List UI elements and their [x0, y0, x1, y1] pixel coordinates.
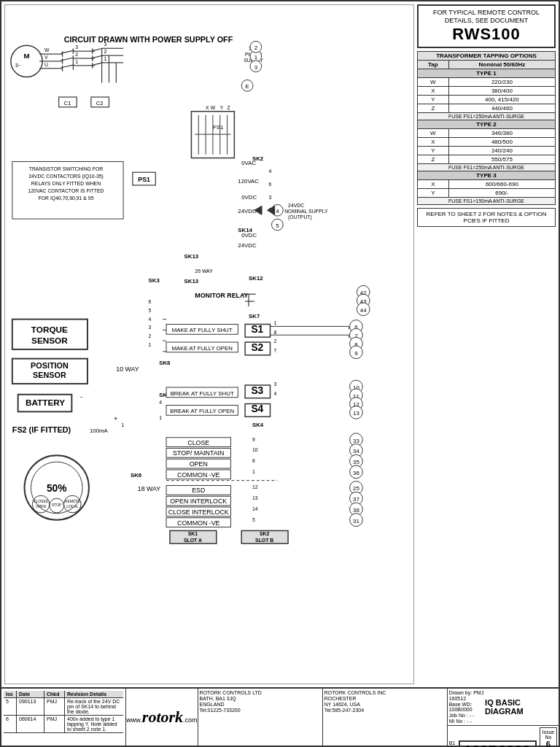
minus-label: -: [80, 393, 82, 400]
issue-label: Issue: [542, 729, 555, 735]
closed-label: CLOSED: [34, 500, 49, 503]
table-row: Y 400, 415/420: [418, 95, 556, 104]
svg-text:Z: Z: [228, 105, 230, 110]
date-5: 090113: [17, 698, 44, 715]
iss-5: 5: [4, 698, 17, 715]
slot-a-label: SLOT A: [184, 538, 202, 543]
sk3-num-2: 2: [148, 333, 151, 338]
svg-text:1: 1: [75, 59, 78, 64]
rws-number: RWS100: [421, 25, 551, 44]
120vac-label: 120VAC: [238, 178, 259, 185]
circuit-svg: CIRCUIT DRAWN WITH POWER SUPPLY OFF M 3~…: [5, 5, 413, 684]
sk7-num-1: 1: [273, 320, 276, 325]
b1c1b2c2: B1 C1 B2 C2: [449, 740, 456, 747]
val-x-type1: 380/400: [448, 86, 555, 95]
svg-text:U: U: [44, 62, 48, 67]
battery-label: BATTERY: [26, 398, 65, 407]
nominal-supply-label: 24VDC: [288, 203, 304, 208]
tap-x-type2: X: [418, 137, 449, 146]
term-9: 9: [252, 437, 255, 442]
plus-label: +: [114, 415, 117, 422]
fuse1-note: FUSE FS1=250mA ANTI-SURGE: [418, 112, 556, 120]
tap-y-type3: Y: [418, 188, 449, 197]
sk6-connector: SK6: [131, 472, 142, 479]
table-row: W 220/230: [418, 77, 556, 86]
open-interlock-label: OPEN INTERLOCK: [170, 498, 227, 505]
sk14-connector: SK14: [238, 227, 252, 233]
iss-col-header: Iss: [4, 691, 17, 697]
ten-way-label: 10 WAY: [116, 365, 139, 373]
torque-sensor-label: TORQUE: [31, 325, 68, 334]
break-fully-shut-label: BREAK AT FULLY SHUT: [171, 390, 234, 397]
common-ve2-label: COMMON -VE: [177, 519, 219, 527]
issue-box: Issue No 6: [540, 727, 557, 747]
close-label: CLOSE: [187, 439, 209, 446]
table-row: Z 550/575: [418, 155, 556, 163]
circle-35: 35: [353, 459, 359, 465]
val-w-type2: 346/380: [448, 128, 555, 137]
stop-label: STOP: [52, 503, 62, 507]
circle-1: 1: [254, 54, 257, 61]
circle-44: 44: [360, 307, 367, 314]
table-row: Z 440/460: [418, 104, 556, 112]
term-1: 1: [252, 469, 255, 474]
svg-point-0: [11, 45, 42, 77]
svg-text:W: W: [211, 105, 216, 110]
terminal-6: 6: [269, 182, 272, 187]
issue-no-label: No: [542, 735, 555, 740]
svg-text:X: X: [206, 105, 209, 110]
svg-text:W: W: [44, 47, 50, 53]
val-y-type2: 240/240: [448, 146, 555, 155]
val-z-type2: 550/575: [448, 155, 555, 163]
table-row: Y 240/240: [418, 146, 556, 155]
type2-header: TYPE 2: [418, 120, 556, 128]
footer-center: www.rotork.com: [126, 689, 198, 746]
table-row: X 480/500: [418, 137, 556, 146]
transformer-title: TRANSFORMER TAPPING OPTIONS: [418, 51, 556, 60]
table-row: X 380/400: [418, 86, 556, 95]
sk13-bot: SK13: [184, 278, 199, 285]
date-6: 060614: [17, 716, 44, 732]
main-content: CIRCUIT DRAWN WITH POWER SUPPLY OFF M 3~…: [1, 1, 559, 687]
type3-header: TYPE 3: [418, 171, 556, 179]
ps1-label: PS1: [138, 176, 150, 183]
company2-name: ROTORK CONTROLS INC: [324, 690, 446, 695]
svg-text:TRANSISTOR SWITCHING FOR: TRANSISTOR SWITCHING FOR: [29, 166, 104, 171]
refer-note: REFER TO SHEET 2 FOR NOTES & OPTION PCB'…: [417, 208, 556, 227]
company2-addr1: ROCHESTER: [324, 696, 446, 701]
table-row: X 600/660-690: [418, 179, 556, 188]
open-label: OPEN: [190, 460, 208, 468]
circle-31: 31: [353, 518, 359, 525]
s1-label: S1: [251, 324, 263, 335]
table-row: Y 690/-: [418, 188, 556, 197]
job-no: Job No : - -: [449, 713, 485, 718]
terminal-4: 4: [269, 169, 272, 174]
svg-line-12: [61, 50, 74, 53]
nominal-output-label: (OUTPUT): [288, 214, 312, 220]
fuse3-note: FUSE FS1=150mA ANTI-SURGE: [418, 197, 556, 204]
tap-x-type3: X: [418, 179, 449, 188]
fuse2-note: FUSE FS1=250mA ANTI-SURGE: [418, 163, 556, 171]
circle-33: 33: [353, 438, 359, 444]
remote-control-title: FOR TYPICAL REMOTE CONTROL DETAILS, SEE …: [421, 9, 551, 25]
circle-38: 38: [353, 507, 359, 514]
tap-w-type1: W: [418, 77, 449, 86]
circle-3: 3: [254, 64, 258, 71]
close-interlock-label: CLOSE INTERLOCK: [168, 508, 229, 516]
sk3-num-3: 3: [148, 325, 151, 330]
fs2-label: FS2 (IF FITTED): [12, 425, 71, 434]
circuit-number: 100B0000: [459, 740, 537, 748]
tap-w-type2: W: [418, 128, 449, 137]
company1-addr1: BATH, BA1 3JQ: [200, 696, 321, 701]
term-8: 8: [252, 458, 255, 463]
percent-50-label: 50%: [47, 483, 67, 494]
val-y-type3: 690/-: [448, 188, 555, 197]
footer-right-top: Drawn by: PMJ 160512 Base WD: 100B0000 J…: [448, 689, 559, 726]
slot-b-label: SLOT B: [255, 538, 273, 543]
e-symbol: E: [245, 83, 249, 90]
page: CIRCUIT DRAWN WITH POWER SUPPLY OFF M 3~…: [0, 0, 560, 747]
rotork-logo: rotork: [142, 708, 183, 726]
sk3-connector: SK3: [148, 277, 160, 284]
svg-text:Y: Y: [220, 105, 224, 110]
eighteen-way-label: 18 WAY: [138, 485, 161, 492]
